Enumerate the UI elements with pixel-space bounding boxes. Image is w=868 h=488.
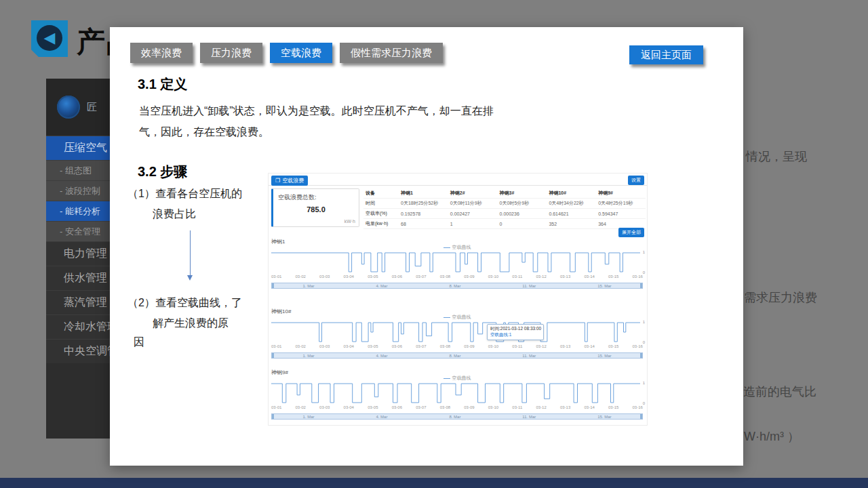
y-axis-max-label: 1 (643, 320, 645, 324)
dashboard-header: ❐ 空载浪费 设置 (269, 174, 647, 186)
slide-text-fragment: 情况，呈现 (746, 148, 807, 165)
slider-handle-left[interactable] (272, 414, 274, 419)
waste-total-label: 空载浪费总数: (278, 193, 317, 202)
waste-total-value: 785.0 (273, 205, 359, 214)
slider-label: 4. Mar (376, 284, 387, 288)
sidebar-item[interactable]: 电力管理 (46, 241, 110, 266)
window-icon: ❐ (275, 178, 280, 184)
chart-plot[interactable]: 10 (271, 382, 640, 404)
x-axis-tick: 03-09 (464, 274, 474, 279)
x-axis-tick: 03-03 (319, 405, 330, 409)
legend-line-icon (443, 317, 450, 318)
settings-button[interactable]: 设置 (628, 176, 644, 185)
table-cell: 68 (399, 219, 448, 229)
waste-tab[interactable]: 效率浪费 (130, 43, 193, 63)
sidebar-item[interactable]: 供水管理 (46, 266, 110, 290)
sidebar-item[interactable]: - 波段控制 (46, 180, 110, 201)
chart-block: 神钢9#空载曲线1003-0103-0203-0303-0403-0503-06… (269, 369, 646, 428)
waste-tab[interactable]: 空载浪费 (270, 43, 332, 63)
x-axis-tick: 03-10 (488, 274, 498, 279)
waste-tab[interactable]: 压力浪费 (200, 43, 262, 63)
datazoom-slider[interactable]: 1. Mar4. Mar8. Mar11. Mar15. Mar (271, 352, 643, 359)
x-axis-tick: 03-03 (319, 344, 330, 348)
sidebar-item[interactable]: 中央空调管理 (46, 339, 110, 363)
x-axis-tick: 03-05 (368, 344, 378, 348)
table-cell: 0.000236 (498, 209, 547, 219)
legend-label: 空载曲线 (452, 244, 471, 251)
slider-label: 11. Mar (522, 415, 536, 419)
x-axis-tick: 03-11 (512, 344, 522, 348)
sidebar-item[interactable]: 蒸汽管理 (46, 290, 110, 314)
brand-logo-icon (57, 96, 80, 119)
datazoom-slider[interactable]: 1. Mar4. Mar8. Mar11. Mar15. Mar (271, 413, 643, 420)
table-cell: 电量(kw·h) (363, 219, 399, 229)
slider-label: 15. Mar (597, 415, 611, 419)
sidebar-item[interactable]: - 能耗分析 (46, 201, 110, 221)
x-axis-tick: 03-04 (344, 274, 354, 279)
x-axis-tick: 03-01 (271, 405, 281, 409)
table-cell: 0.594347 (596, 209, 646, 219)
table-cell: 0天0时11分9秒 (448, 199, 498, 209)
x-axis-tick: 03-01 (271, 274, 281, 279)
chart-legend[interactable]: 空载曲线 (269, 375, 646, 382)
x-axis-tick: 03-15 (608, 344, 618, 348)
chart-tooltip: 时间:2021-03-12 08:33:00空载曲线:1 (487, 324, 544, 340)
x-axis-tick: 03-08 (440, 344, 450, 348)
screen: ◀ 产品 匠 压缩空气- 组态图- 波段控制- 能耗分析- 安全管理电力管理供水… (0, 0, 868, 488)
slider-handle-left[interactable] (272, 283, 274, 288)
slider-label: 15. Mar (597, 284, 611, 288)
table-cell: 神钢2# (448, 188, 498, 199)
sidebar-item[interactable]: 压缩空气 (46, 136, 110, 160)
slider-label: 8. Mar (449, 415, 460, 419)
x-axis-labels: 03-0103-0203-0303-0403-0503-0603-0703-08… (271, 274, 643, 279)
slider-handle-right[interactable] (640, 353, 642, 358)
x-axis-tick: 03-15 (608, 405, 618, 409)
x-axis-labels: 03-0103-0203-0303-0403-0503-0603-0703-08… (271, 405, 643, 409)
slider-label: 4. Mar (376, 415, 387, 419)
tooltip-time: 时间:2021-03-12 08:33:00 (490, 326, 540, 332)
table-cell: 0 (498, 219, 547, 229)
tooltip-value: 空载曲线:1 (490, 332, 540, 338)
back-button[interactable]: ◀ (31, 20, 68, 57)
step-1-text: （1）查看各台空压机的 (127, 187, 242, 201)
sidebar-item[interactable]: - 组态图 (46, 160, 110, 180)
definition-heading: 3.1 定义 (138, 75, 187, 94)
chart-plot[interactable]: 10 (271, 321, 640, 343)
table-cell: 0.002427 (448, 209, 498, 219)
table-cell: 0天4时25分19秒 (596, 199, 646, 209)
dashboard-title-badge: ❐ 空载浪费 (271, 176, 308, 186)
sidebar-item[interactable]: - 安全管理 (46, 221, 110, 241)
step-1-text: 浪费占比 (153, 207, 196, 222)
chart-block: 神钢10#空载曲线1003-0103-0203-0303-0403-0503-0… (269, 308, 646, 367)
x-axis-tick: 03-12 (536, 344, 546, 348)
waste-total-unit: kW·h (344, 219, 355, 224)
x-axis-tick: 03-07 (416, 274, 426, 279)
waste-total-card: 空载浪费总数: 785.0 kW·h (271, 188, 359, 227)
slider-label: 11. Mar (522, 284, 536, 288)
step-2-text: 解产生浪费的原 (153, 317, 229, 331)
waste-tab[interactable]: 假性需求压力浪费 (340, 43, 443, 63)
chart-block: 神钢1空载曲线1003-0103-0203-0303-0403-0503-060… (269, 238, 646, 298)
chart-legend[interactable]: 空载曲线 (269, 314, 646, 321)
table-cell: 0.614621 (547, 209, 596, 219)
x-axis-tick: 03-04 (344, 405, 354, 409)
x-axis-tick: 03-14 (584, 405, 594, 409)
y-axis-max-label: 1 (643, 250, 645, 254)
return-home-button[interactable]: 返回主页面 (629, 45, 703, 64)
sidebar: 匠 压缩空气- 组态图- 波段控制- 能耗分析- 安全管理电力管理供水管理蒸汽管… (46, 79, 110, 439)
steps-heading: 3.2 步骤 (138, 163, 187, 181)
y-axis-max-label: 1 (643, 381, 645, 385)
chart-plot[interactable]: 10 (271, 251, 640, 273)
slider-handle-right[interactable] (640, 414, 642, 419)
slider-handle-right[interactable] (640, 283, 642, 288)
datazoom-slider[interactable]: 1. Mar4. Mar8. Mar11. Mar15. Mar (271, 283, 643, 289)
slider-handle-left[interactable] (272, 353, 274, 358)
chart-legend[interactable]: 空载曲线 (269, 244, 646, 251)
x-axis-tick: 03-12 (536, 405, 546, 409)
slider-label: 1. Mar (302, 284, 314, 288)
y-axis-min-label: 0 (643, 270, 645, 274)
expand-all-button[interactable]: 展开全部 (618, 228, 644, 237)
sidebar-item[interactable]: 冷却水管理 (46, 314, 110, 339)
slider-label: 11. Mar (522, 354, 536, 358)
x-axis-tick: 03-05 (368, 405, 378, 409)
